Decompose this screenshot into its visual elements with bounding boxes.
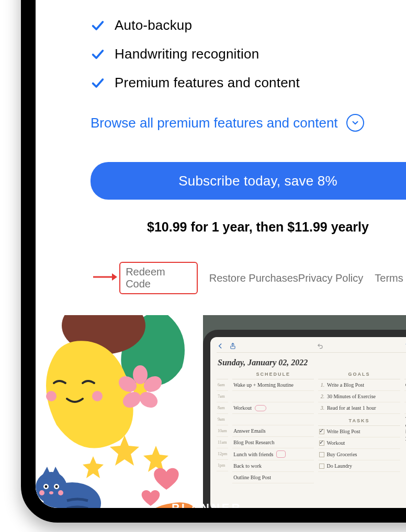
feature-row: Handwriting recognition — [91, 46, 406, 62]
ipad-screen: Auto-backup Handwriting recognition Prem… — [36, 0, 406, 508]
redeem-code-link[interactable]: Redeem Code — [119, 262, 198, 294]
ipad-bezel: Auto-backup Handwriting recognition Prem… — [21, 0, 406, 523]
svg-point-21 — [39, 490, 44, 495]
schedule-item: Answer Emails — [232, 425, 314, 437]
svg-point-13 — [36, 472, 67, 503]
text-tool-icon[interactable] — [404, 342, 406, 350]
svg-point-5 — [92, 391, 103, 401]
time-cell: 9am — [217, 414, 228, 425]
schedule-item: Back to work — [232, 460, 314, 472]
share-icon[interactable] — [229, 342, 236, 350]
browse-premium-link[interactable]: Browse all premium features and content — [91, 115, 338, 131]
chevron-down-icon — [351, 118, 360, 128]
check-icon — [91, 76, 105, 90]
task-item: Buy Groceries — [318, 449, 400, 460]
time-cell: 7am — [217, 391, 228, 402]
planner-grid: 6am 7am 8am 9am 10am 11am 12pm 1pm SCHED… — [217, 371, 406, 507]
time-cell: 11am — [217, 437, 228, 448]
privacy-policy-link[interactable]: Privacy Policy — [298, 272, 363, 284]
back-icon[interactable] — [217, 342, 224, 350]
restore-purchases-link[interactable]: Restore Purchases — [209, 272, 298, 284]
schedule-item: Wake up + Morning Routine — [232, 379, 314, 391]
time-cell: 6am — [217, 379, 228, 391]
feature-label: Premium features and content — [115, 75, 300, 91]
time-cell: 12pm — [217, 448, 228, 460]
goal-item: 2. 30 Minutes of Exercise — [318, 391, 400, 402]
feature-row: Auto-backup — [91, 17, 406, 33]
time-cell: 8am — [217, 402, 228, 414]
subscribe-button-label: Subscribe today, save 8% — [178, 173, 337, 189]
schedule-column: SCHEDULE Wake up + Morning Routine Worko… — [232, 371, 314, 507]
sticker-art — [36, 315, 203, 523]
goal-item: 1. Write a Blog Post — [318, 379, 400, 391]
tocall-item: Call — [404, 379, 406, 391]
expand-chevron-button[interactable] — [346, 114, 364, 132]
subscribe-button[interactable]: Subscribe today, save 8% — [91, 162, 406, 200]
showcase-strip: Sunday, January 02, 2022 6am 7am 8am 9am… — [36, 315, 406, 523]
svg-point-18 — [45, 485, 48, 488]
col-head-goals: GOALS — [318, 371, 400, 379]
col-head-schedule: SCHEDULE — [232, 371, 314, 379]
tocall-item — [404, 402, 406, 414]
check-icon — [91, 47, 105, 62]
schedule-item: Lunch with friends — [232, 448, 314, 460]
schedule-item — [232, 391, 314, 402]
content-area: Auto-backup Handwriting recognition Prem… — [91, 17, 406, 294]
svg-point-19 — [55, 485, 58, 488]
tocall-column: TO CALL Call Today of doing my it will t… — [404, 371, 406, 507]
planner-screen: Sunday, January 02, 2022 6am 7am 8am 9am… — [210, 337, 406, 511]
showcase-label: PLANNER — [172, 501, 242, 515]
schedule-item: Blog Post Research — [232, 437, 314, 448]
goals-tasks-column: GOALS 1. Write a Blog Post 2. 30 Minutes… — [318, 371, 400, 507]
time-cell: 10am — [217, 425, 228, 437]
planner-date: Sunday, January 02, 2022 — [218, 358, 406, 367]
svg-point-22 — [58, 490, 63, 495]
schedule-item: Outline Blog Post — [232, 472, 314, 483]
footer-links-row: Redeem Code Restore PurchasesPrivacy Pol… — [91, 262, 406, 294]
time-column: 6am 7am 8am 9am 10am 11am 12pm 1pm — [217, 371, 228, 507]
task-item: Do Laundry — [318, 460, 400, 472]
browse-row: Browse all premium features and content — [91, 114, 406, 132]
planner-toolbar — [217, 341, 406, 353]
check-icon — [91, 18, 105, 33]
undo-icon[interactable] — [317, 342, 324, 350]
col-head-tocall: TO CALL — [404, 371, 406, 379]
time-cell: 1pm — [217, 460, 228, 471]
tablet-mockup: Sunday, January 02, 2022 6am 7am 8am 9am… — [203, 330, 406, 518]
feature-row: Premium features and content — [91, 75, 406, 91]
terms-link[interactable]: Terms of U — [375, 272, 406, 284]
tocall-item — [404, 391, 406, 402]
stage: Auto-backup Handwriting recognition Prem… — [0, 0, 406, 532]
svg-point-20 — [49, 491, 53, 494]
feature-label: Auto-backup — [115, 17, 192, 33]
col-head-tasks: TASKS — [318, 417, 400, 426]
goal-item: 3. Read for at least 1 hour — [318, 402, 400, 414]
task-item: Write Blog Post — [318, 426, 400, 437]
schedule-item — [232, 414, 314, 425]
feature-label: Handwriting recognition — [115, 46, 259, 62]
journal-snippet: Today of doing my it will t you all — [404, 414, 406, 443]
task-item: Workout — [318, 437, 400, 449]
svg-point-4 — [46, 391, 57, 401]
schedule-item: Workout — [232, 402, 314, 414]
price-line: $10.99 for 1 year, then $11.99 yearly — [91, 219, 406, 235]
